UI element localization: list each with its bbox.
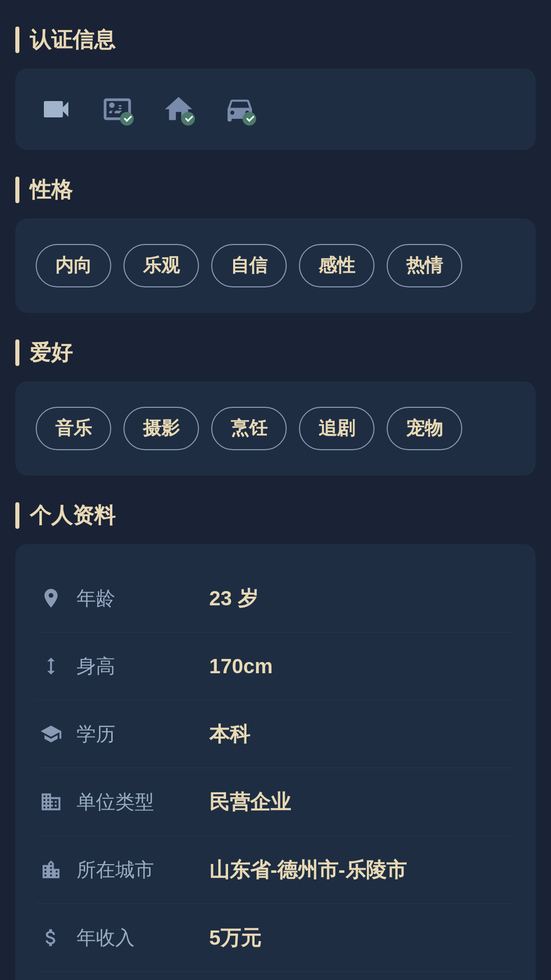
hobbies-tags: 音乐 摄影 烹饪 追剧 宠物 [36, 402, 515, 455]
certification-card [15, 68, 536, 150]
tag-pets[interactable]: 宠物 [387, 407, 462, 450]
tag-confident[interactable]: 自信 [211, 244, 287, 287]
tag-photography[interactable]: 摄影 [123, 407, 199, 450]
tag-dramas[interactable]: 追剧 [299, 407, 374, 450]
info-row-marriage: 婚姻状况 未婚 [36, 972, 515, 980]
profile-card: 年龄 23 岁 身高 170cm 学历 本科 单位类型 民营企业 [15, 544, 536, 980]
company-value: 民营企业 [209, 788, 291, 816]
info-row-education: 学历 本科 [36, 700, 515, 768]
personality-section-title: 性格 [15, 176, 536, 204]
cert-icons-container [36, 89, 515, 130]
city-icon [36, 854, 66, 885]
hobbies-section-title: 爱好 [15, 338, 536, 367]
profile-info-list: 年龄 23 岁 身高 170cm 学历 本科 单位类型 民营企业 [36, 565, 515, 980]
tag-cooking[interactable]: 烹饪 [211, 407, 287, 450]
height-icon [36, 651, 66, 681]
info-row-height: 身高 170cm [36, 632, 515, 700]
personality-tags: 内向 乐观 自信 感性 热情 [36, 239, 515, 292]
personality-card: 内向 乐观 自信 感性 热情 [15, 218, 536, 313]
age-icon [36, 583, 66, 614]
svg-point-1 [181, 112, 195, 126]
info-row-city: 所在城市 山东省-德州市-乐陵市 [36, 836, 515, 904]
info-row-age: 年龄 23 岁 [36, 565, 515, 632]
income-label: 年收入 [77, 925, 209, 951]
svg-point-2 [242, 112, 256, 126]
tag-music[interactable]: 音乐 [36, 407, 111, 450]
hobbies-card: 音乐 摄影 烹饪 追剧 宠物 [15, 381, 536, 476]
age-value: 23 岁 [209, 584, 258, 612]
income-value: 5万元 [209, 924, 261, 952]
house-cert-icon[interactable] [158, 89, 199, 130]
tag-passionate[interactable]: 热情 [387, 244, 462, 287]
certification-section-title: 认证信息 [15, 26, 536, 54]
tag-introvert[interactable]: 内向 [36, 244, 111, 287]
tag-optimistic[interactable]: 乐观 [123, 244, 199, 287]
id-card-cert-icon[interactable] [97, 89, 138, 130]
education-icon [36, 719, 66, 749]
video-cert-icon[interactable] [36, 89, 77, 130]
height-label: 身高 [77, 653, 209, 679]
age-label: 年龄 [77, 585, 209, 611]
height-value: 170cm [209, 655, 273, 678]
education-label: 学历 [77, 721, 209, 747]
info-row-company: 单位类型 民营企业 [36, 768, 515, 836]
city-value: 山东省-德州市-乐陵市 [209, 856, 407, 884]
tag-sensitive[interactable]: 感性 [299, 244, 374, 287]
profile-section-title: 个人资料 [15, 501, 536, 530]
company-icon [36, 787, 66, 817]
company-label: 单位类型 [77, 789, 209, 815]
income-icon [36, 922, 66, 953]
education-value: 本科 [209, 720, 250, 748]
car-cert-icon[interactable] [219, 89, 260, 130]
svg-point-0 [120, 112, 134, 126]
city-label: 所在城市 [77, 857, 209, 883]
info-row-income: 年收入 5万元 [36, 904, 515, 972]
